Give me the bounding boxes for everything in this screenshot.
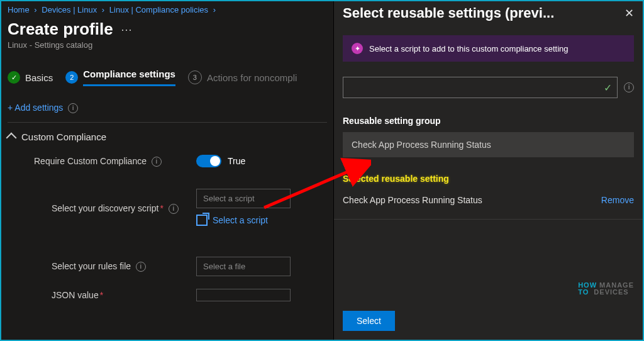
chevron-right-icon: ›: [211, 5, 218, 14]
step-label: Compliance settings: [83, 69, 175, 86]
json-value-label: JSON value*: [8, 290, 196, 300]
rules-file-label: Select your rules file i: [8, 261, 196, 272]
step-number-icon: 2: [65, 71, 78, 84]
step-number-icon: 3: [188, 70, 202, 84]
search-input[interactable]: ✓: [343, 77, 618, 98]
add-settings-link[interactable]: + Add settings: [8, 103, 63, 113]
step-label: Actions for noncompli: [207, 72, 297, 83]
divider: [334, 219, 643, 220]
pane-title: Select reusable settings (previ...: [343, 5, 554, 21]
info-icon[interactable]: i: [152, 157, 162, 167]
breadcrumb-compliance[interactable]: Linux | Compliance policies: [109, 5, 208, 14]
step-compliance-settings[interactable]: 2 Compliance settings: [65, 69, 175, 86]
info-icon[interactable]: i: [624, 82, 634, 92]
external-link-icon: [196, 215, 208, 226]
rocket-icon: ✦: [352, 43, 363, 54]
require-custom-compliance-label: Require Custom Compliance i: [8, 156, 196, 167]
watermark: HOW MANAGE TO DEVICES: [578, 282, 634, 296]
info-banner: ✦ Select a script to add to this custom …: [343, 35, 634, 62]
group-label: Reusable setting group: [343, 116, 634, 126]
chevron-right-icon: ›: [31, 5, 39, 14]
info-icon[interactable]: i: [68, 103, 78, 113]
divider: [8, 122, 327, 123]
select-button[interactable]: Select: [343, 311, 395, 331]
chevron-right-icon: ›: [99, 5, 107, 14]
chevron-up-icon: [6, 132, 17, 143]
step-label: Basics: [25, 72, 53, 83]
check-icon: ✓: [604, 82, 612, 94]
wizard-steps: ✓ Basics 2 Compliance settings 3 Actions…: [8, 69, 327, 86]
breadcrumb-home[interactable]: Home: [8, 5, 30, 14]
rules-file-input[interactable]: Select a file: [196, 257, 291, 276]
check-icon: ✓: [8, 71, 20, 84]
remove-link[interactable]: Remove: [601, 195, 634, 205]
info-icon[interactable]: i: [136, 262, 146, 272]
json-value-input[interactable]: [196, 289, 291, 301]
discovery-script-input[interactable]: Select a script: [196, 189, 291, 208]
selected-setting-name: Check App Process Running Status: [343, 195, 482, 205]
close-icon[interactable]: ✕: [625, 6, 634, 20]
step-basics[interactable]: ✓ Basics: [8, 71, 53, 84]
more-actions-icon[interactable]: ⋯: [121, 23, 132, 36]
reusable-settings-pane: Select reusable settings (previ... ✕ ✦ S…: [333, 1, 643, 340]
select-script-link[interactable]: Select a script: [196, 215, 268, 226]
section-title: Custom Compliance: [21, 131, 106, 142]
selected-setting-label: Selected reusable setting: [343, 174, 634, 184]
info-icon[interactable]: i: [169, 204, 179, 214]
breadcrumb: Home › Devices | Linux › Linux | Complia…: [8, 5, 327, 14]
discovery-script-label: Select your discovery script* i: [8, 203, 196, 214]
info-banner-text: Select a script to add to this custom co…: [369, 44, 569, 53]
breadcrumb-devices[interactable]: Devices | Linux: [42, 5, 97, 14]
reusable-setting-item[interactable]: Check App Process Running Status: [343, 132, 634, 157]
page-subtitle: Linux - Settings catalog: [8, 40, 327, 50]
section-custom-compliance[interactable]: Custom Compliance: [8, 131, 327, 142]
require-custom-compliance-toggle[interactable]: [196, 155, 221, 167]
page-title: Create profile: [8, 20, 113, 39]
toggle-value: True: [228, 156, 245, 166]
step-actions: 3 Actions for noncompli: [188, 70, 297, 84]
